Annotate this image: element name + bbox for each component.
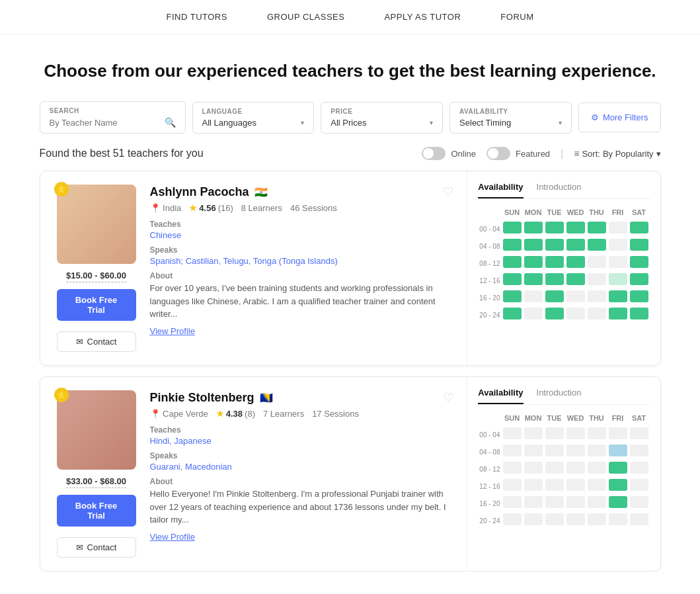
- time-label: 20 - 24: [478, 306, 501, 323]
- avail-cell: [523, 272, 544, 289]
- avail-cell: [629, 495, 650, 512]
- availability-tab[interactable]: Availability: [478, 388, 523, 404]
- time-label: 12 - 16: [478, 478, 501, 495]
- avail-cell: [565, 495, 586, 512]
- learners-count: 7 Learners: [263, 409, 304, 419]
- language-filter[interactable]: LANGUAGE All Languages ▾: [192, 102, 315, 134]
- nav-group-classes[interactable]: GROUP CLASSES: [267, 12, 345, 22]
- avail-cell: [502, 443, 523, 460]
- time-label: 08 - 12: [478, 255, 501, 272]
- time-label: 20 - 24: [478, 512, 501, 529]
- avail-cell: [607, 478, 629, 495]
- avail-cell: [544, 512, 565, 529]
- avail-cell: [565, 289, 586, 306]
- avail-cell: [586, 237, 607, 255]
- star-badge: ⭐: [54, 182, 69, 196]
- book-free-trial-button[interactable]: Book Free Trial: [57, 495, 136, 527]
- avail-cell: [544, 443, 565, 460]
- time-label: 04 - 08: [478, 237, 501, 255]
- avail-cell: [544, 272, 565, 289]
- book-free-trial-button[interactable]: Book Free Trial: [57, 289, 136, 321]
- avail-cell: [502, 289, 523, 306]
- tutor-cards-container: ⭐ $15.00 - $60.00 Book Free Trial ✉Conta…: [26, 171, 674, 572]
- view-profile-link[interactable]: View Profile: [150, 326, 195, 336]
- speaks-value: Guarani, Macedonian: [150, 462, 454, 472]
- teaches-value: Chinese: [150, 230, 454, 240]
- avail-cell: [586, 289, 607, 306]
- price-value: All Prices: [331, 118, 366, 128]
- nav-forum[interactable]: FORUM: [500, 12, 533, 22]
- time-label: 00 - 04: [478, 426, 501, 443]
- avail-cell: [629, 443, 650, 460]
- contact-button[interactable]: ✉Contact: [57, 331, 136, 352]
- avail-cell: [523, 255, 544, 272]
- time-label: 16 - 20: [478, 495, 501, 512]
- search-label: SEARCH: [50, 107, 176, 114]
- sort-value: By Popularity: [603, 149, 654, 159]
- avail-cell: [544, 478, 565, 495]
- sessions-count: 17 Sessions: [312, 409, 359, 419]
- introduction-tab[interactable]: Introduction: [537, 182, 582, 198]
- avail-cell: [502, 306, 523, 323]
- availability-filter[interactable]: AVAILABILITY Select Timing ▾: [449, 102, 572, 134]
- card-photo-area: ⭐ $33.00 - $68.00 Book Free Trial ✉Conta…: [54, 390, 139, 558]
- avail-cell: [607, 306, 629, 323]
- avail-cell: [586, 443, 607, 460]
- avail-cell: [565, 306, 586, 323]
- country-flag: 🇧🇦: [260, 392, 273, 404]
- chevron-down-icon-2: ▾: [430, 119, 433, 126]
- rating: ★ 4.38 (8): [216, 409, 255, 419]
- about-text: Hello Everyone! I'm Pinkie Stoltenberg. …: [150, 488, 454, 527]
- avail-cell: [607, 220, 629, 237]
- card-right-tabs: Availability Introduction: [478, 182, 649, 199]
- avail-cell: [565, 272, 586, 289]
- featured-toggle-group: Featured: [486, 147, 550, 160]
- contact-button[interactable]: ✉Contact: [57, 537, 136, 558]
- availability-label: AVAILABILITY: [459, 108, 562, 115]
- avail-cell: [502, 255, 523, 272]
- card-info: Pinkie Stoltenberg 🇧🇦 ♡ 📍 Cape Verde ★ 4…: [150, 390, 454, 558]
- price-filter[interactable]: PRICE All Prices ▾: [321, 102, 443, 134]
- results-count: 51: [113, 148, 125, 159]
- card-left: ⭐ $33.00 - $68.00 Book Free Trial ✉Conta…: [40, 377, 467, 571]
- avail-cell: [565, 443, 586, 460]
- avail-cell: [565, 478, 586, 495]
- day-header: MON: [523, 207, 544, 220]
- nav-find-tutors[interactable]: FIND TUTORS: [167, 12, 227, 22]
- online-toggle-group: Online: [422, 147, 476, 160]
- day-header: SAT: [629, 413, 650, 426]
- avail-cell: [586, 220, 607, 237]
- search-icon: 🔍: [165, 117, 176, 128]
- featured-toggle[interactable]: [486, 147, 510, 160]
- about-label: About: [150, 271, 454, 280]
- search-filter[interactable]: SEARCH 🔍: [40, 101, 186, 134]
- hero-heading: Choose from our experienced teachers to …: [13, 61, 687, 81]
- avail-cell: [502, 426, 523, 443]
- avail-cell: [523, 289, 544, 306]
- favorite-icon[interactable]: ♡: [443, 185, 453, 199]
- avail-cell: [607, 512, 629, 529]
- time-label: 08 - 12: [478, 460, 501, 478]
- day-header: TUE: [544, 207, 565, 220]
- search-input[interactable]: [50, 118, 161, 128]
- more-filters-label: More Filters: [603, 112, 648, 122]
- day-header: SUN: [502, 207, 523, 220]
- tutor-name-row: Ashlynn Pacocha 🇮🇳 ♡: [150, 185, 454, 199]
- featured-label: Featured: [516, 149, 550, 159]
- avail-cell: [607, 289, 629, 306]
- online-toggle[interactable]: [422, 147, 446, 160]
- avail-cell: [523, 495, 544, 512]
- mail-icon: ✉: [76, 337, 83, 347]
- avail-cell: [565, 237, 586, 255]
- availability-tab[interactable]: Availability: [478, 182, 523, 198]
- introduction-tab[interactable]: Introduction: [537, 388, 582, 404]
- avail-cell: [629, 426, 650, 443]
- nav-apply-as-tutor[interactable]: APPLY AS TUTOR: [384, 12, 461, 22]
- avail-cell: [607, 426, 629, 443]
- more-filters-button[interactable]: ⚙ More Filters: [578, 103, 661, 132]
- sort-button[interactable]: ≡ Sort: By Popularity ▾: [574, 148, 660, 159]
- favorite-icon[interactable]: ♡: [443, 390, 453, 405]
- hero-section: Choose from our experienced teachers to …: [0, 34, 700, 101]
- view-profile-link[interactable]: View Profile: [150, 532, 195, 542]
- tutor-card-ashlynn: ⭐ $15.00 - $60.00 Book Free Trial ✉Conta…: [40, 171, 661, 366]
